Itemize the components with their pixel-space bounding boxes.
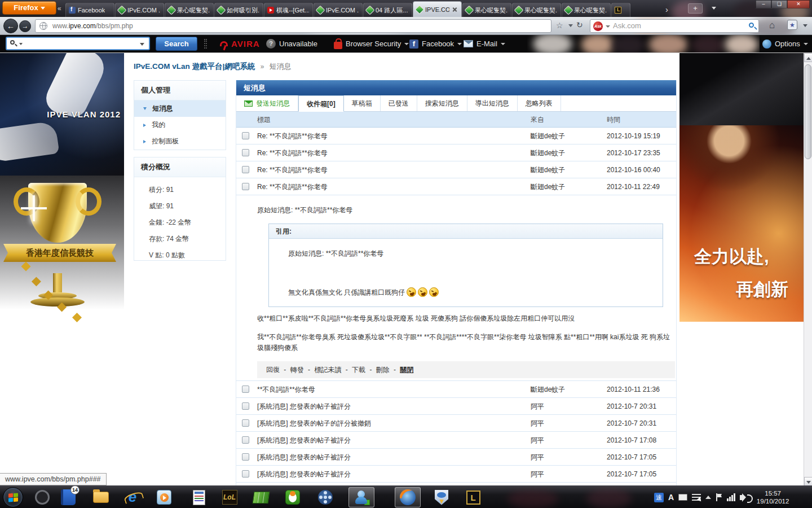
browser-security-button[interactable]: Browser Security — [334, 35, 409, 52]
message-tab[interactable]: 收件箱[0] — [298, 95, 344, 112]
message-sender-link[interactable]: 斷翅de蚊子 — [531, 381, 565, 398]
tab-overflow-left-icon[interactable] — [58, 5, 61, 12]
ime-fullwidth-icon[interactable] — [678, 494, 687, 501]
browser-tab[interactable]: 果心呢隻契... — [165, 3, 214, 17]
message-title-link[interactable]: [系統消息] 您發表的帖子被評分 — [257, 466, 351, 483]
scrollbar-thumb[interactable] — [805, 64, 811, 159]
search-engine-dropdown-icon[interactable] — [606, 25, 610, 28]
list-all-tabs-icon[interactable] — [712, 7, 716, 10]
url-dropdown-icon[interactable] — [568, 24, 573, 27]
message-tab[interactable]: 已發送 — [381, 95, 417, 111]
avira-toolbar-button[interactable]: AVIRA — [220, 35, 260, 52]
restore-button[interactable] — [771, 0, 787, 8]
sidebar-menu-item[interactable]: 短消息 — [134, 100, 226, 117]
message-title-link[interactable]: Re: **不良詞語**你老母 — [257, 144, 328, 161]
vertical-scrollbar[interactable] — [804, 53, 812, 485]
browser-tab[interactable]: 果心呢隻契... — [562, 3, 611, 17]
browser-tab[interactable]: 果心呢隻契... — [512, 3, 561, 17]
row-checkbox[interactable] — [242, 419, 249, 427]
row-checkbox[interactable] — [242, 436, 249, 444]
minimize-button[interactable] — [756, 0, 771, 8]
taskbar-item-document[interactable] — [186, 487, 212, 507]
toolbar-search-input[interactable] — [6, 37, 150, 50]
taskbar-item-media-player[interactable] — [151, 487, 177, 507]
forward-link[interactable]: 轉發 — [290, 366, 304, 374]
message-sender-link[interactable]: 阿平 — [531, 398, 544, 415]
message-sender-link[interactable]: 斷翅de蚊子 — [531, 161, 565, 178]
taskbar-item-explorer[interactable] — [88, 487, 114, 507]
search-history-dropdown-icon[interactable] — [19, 43, 23, 45]
browser-tab[interactable]: IPvE.COM ... — [115, 3, 164, 17]
scroll-down-icon[interactable] — [804, 477, 812, 485]
message-sender-link[interactable]: 斷翅de蚊子 — [531, 128, 565, 144]
back-button[interactable] — [3, 19, 18, 33]
message-title-link[interactable]: [系統消息] 您發表的帖子的評分被撤銷 — [257, 415, 371, 432]
ime-speed-icon[interactable]: 速 — [654, 493, 664, 502]
row-checkbox[interactable] — [242, 402, 249, 410]
options-toolbar-button[interactable]: Options — [762, 35, 808, 52]
volume-icon[interactable] — [740, 495, 744, 500]
ask-logo-icon[interactable]: Ask — [593, 21, 603, 31]
compose-message-link[interactable]: 發送短消息 — [236, 95, 298, 111]
bookmark-star-icon[interactable] — [556, 21, 563, 30]
message-sender-link[interactable]: 阿平 — [531, 432, 544, 449]
search-button[interactable]: Search — [156, 37, 197, 51]
row-checkbox[interactable] — [242, 183, 249, 190]
message-title-link[interactable]: Re: **不良詞語**你老母 — [257, 161, 328, 178]
taskbar-item-notebook[interactable]: 14 — [55, 487, 81, 507]
sidebar-menu-item[interactable]: 我的 — [134, 117, 226, 133]
message-tab[interactable]: 導出短消息 — [467, 95, 518, 111]
browser-tab[interactable]: 如何吸引別... — [214, 3, 263, 17]
browser-tab[interactable]: IPVE.CO... — [413, 1, 462, 17]
row-checkbox[interactable] — [242, 470, 249, 478]
taskbar-item-lol[interactable] — [217, 487, 242, 507]
row-checkbox[interactable] — [242, 453, 249, 461]
message-title-link[interactable]: **不良詞語**你老母 — [257, 381, 315, 398]
tab-close-icon[interactable] — [452, 6, 458, 13]
browser-tab[interactable]: Facebook — [65, 3, 114, 17]
message-title-link[interactable]: Re: **不良詞語**你老母 — [257, 128, 328, 144]
row-checkbox[interactable] — [242, 132, 249, 139]
ime-language-icon[interactable]: A — [668, 493, 674, 502]
message-sender-link[interactable]: 阿平 — [531, 449, 544, 466]
taskbar-clock[interactable]: 15:57 19/10/2012 — [752, 489, 795, 505]
facebook-toolbar-button[interactable]: Facebook — [409, 35, 462, 52]
close-button[interactable] — [787, 0, 810, 8]
new-tab-button[interactable] — [688, 3, 703, 14]
taskbar-item-shield-app[interactable] — [429, 487, 454, 507]
firefox-menu-button[interactable]: Firefox — [2, 1, 56, 15]
message-tab[interactable]: 草稿箱 — [344, 95, 381, 111]
ime-toolbar-icon[interactable] — [692, 494, 701, 501]
message-sender-link[interactable]: 斷翅de蚊子 — [531, 178, 565, 195]
message-sender-link[interactable]: 阿平 — [531, 415, 544, 432]
message-tab[interactable]: 搜索短消息 — [417, 95, 467, 111]
taskbar-item-circle-app[interactable] — [29, 487, 55, 507]
download-link[interactable]: 下載 — [352, 366, 365, 374]
browser-tab[interactable]: 果心呢隻契... — [462, 3, 511, 17]
search-icon[interactable] — [749, 23, 754, 28]
message-title-link[interactable]: Re: **不良詞語**你老母 — [257, 178, 328, 195]
taskbar-item-video-player[interactable] — [312, 487, 338, 507]
breadcrumb-site-link[interactable]: IPvE.COM vLan 遊戲平台|網吧系統 — [134, 62, 255, 71]
message-sender-link[interactable]: 阿平 — [531, 466, 544, 483]
sidebar-menu-item[interactable]: 控制面板 — [134, 133, 226, 150]
mark-unread-link[interactable]: 標記未讀 — [314, 366, 341, 374]
tab-scroll-right-icon[interactable] — [665, 5, 668, 14]
message-sender-link[interactable]: 斷翅de蚊子 — [531, 144, 565, 161]
browser-tab[interactable] — [611, 3, 630, 17]
row-checkbox[interactable] — [242, 386, 249, 393]
search-input[interactable]: Ask Ask.com — [590, 19, 759, 33]
row-checkbox[interactable] — [242, 166, 249, 173]
url-bar[interactable]: www.ipve.com/bbs/pm.php — [35, 19, 551, 33]
message-tab[interactable]: 忽略列表 — [518, 95, 561, 111]
reply-link[interactable]: 回復 — [266, 366, 280, 374]
home-icon[interactable] — [769, 20, 775, 31]
unavailable-toolbar-button[interactable]: Unavailable — [266, 35, 317, 52]
bookmarks-panel-icon[interactable] — [787, 20, 797, 30]
delete-link[interactable]: 刪除 — [376, 366, 390, 374]
forward-button[interactable] — [19, 20, 31, 32]
email-toolbar-button[interactable]: E-Mail — [464, 35, 505, 52]
taskbar-item-internet-explorer[interactable] — [120, 487, 145, 507]
message-title-link[interactable]: [系統消息] 您發表的帖子被評分 — [257, 398, 351, 415]
message-title-link[interactable]: [系統消息] 您發表的帖子被評分 — [257, 449, 351, 466]
